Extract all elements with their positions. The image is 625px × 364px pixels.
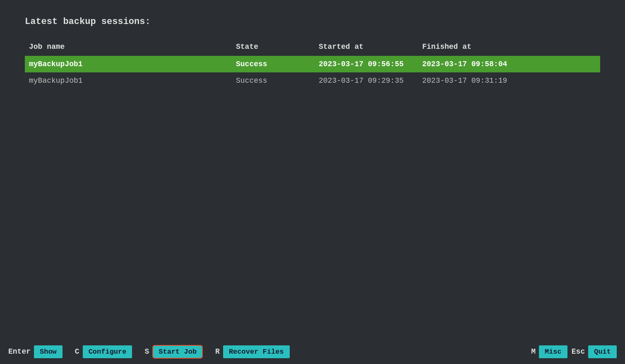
enter-key-label: Enter	[8, 347, 31, 356]
cell-job-name: myBackupJob1	[29, 60, 236, 68]
col-header-job-name: Job name	[29, 43, 236, 51]
toolbar-group-quit: Esc Quit	[572, 345, 617, 358]
esc-key-label: Esc	[572, 347, 585, 356]
recover-files-button[interactable]: Recover Files	[223, 345, 290, 358]
table-header: Job name State Started at Finished at	[25, 39, 600, 54]
main-content: Latest backup sessions: Job name State S…	[0, 0, 625, 130]
col-header-finished-at: Finished at	[422, 43, 546, 51]
toolbar-group-configure: C Configure	[75, 345, 132, 358]
misc-button[interactable]: Misc	[539, 345, 567, 358]
toolbar-group-misc: M Misc	[531, 345, 567, 358]
start-job-key-label: S	[144, 347, 149, 356]
cell-state: Success	[236, 77, 319, 85]
cell-job-name: myBackupJob1	[29, 77, 236, 85]
cell-state: Success	[236, 60, 319, 68]
table-row[interactable]: myBackupJob1 Success 2023-03-17 09:29:35…	[25, 72, 600, 89]
cell-started-at: 2023-03-17 09:29:35	[319, 77, 422, 85]
table-row[interactable]: myBackupJob1 Success 2023-03-17 09:56:55…	[25, 56, 600, 72]
cell-finished-at: 2023-03-17 09:31:19	[422, 77, 546, 85]
show-button[interactable]: Show	[34, 345, 62, 358]
cell-started-at: 2023-03-17 09:56:55	[319, 60, 422, 68]
recover-key-label: R	[215, 347, 220, 356]
page-title: Latest backup sessions:	[25, 17, 600, 27]
toolbar-group-start-job: S Start Job	[144, 345, 203, 359]
col-header-state: State	[236, 43, 319, 51]
table-container: Job name State Started at Finished at my…	[25, 39, 600, 89]
toolbar-group-recover: R Recover Files	[215, 345, 289, 358]
start-job-button[interactable]: Start Job	[152, 345, 203, 359]
bottom-toolbar: Enter Show C Configure S Start Job R Rec…	[0, 339, 625, 364]
quit-button[interactable]: Quit	[588, 345, 617, 358]
configure-key-label: C	[75, 347, 79, 356]
toolbar-group-enter: Enter Show	[8, 345, 62, 358]
col-header-started-at: Started at	[319, 43, 422, 51]
misc-key-label: M	[531, 347, 536, 356]
cell-finished-at: 2023-03-17 09:58:04	[422, 60, 546, 68]
configure-button[interactable]: Configure	[83, 345, 132, 358]
